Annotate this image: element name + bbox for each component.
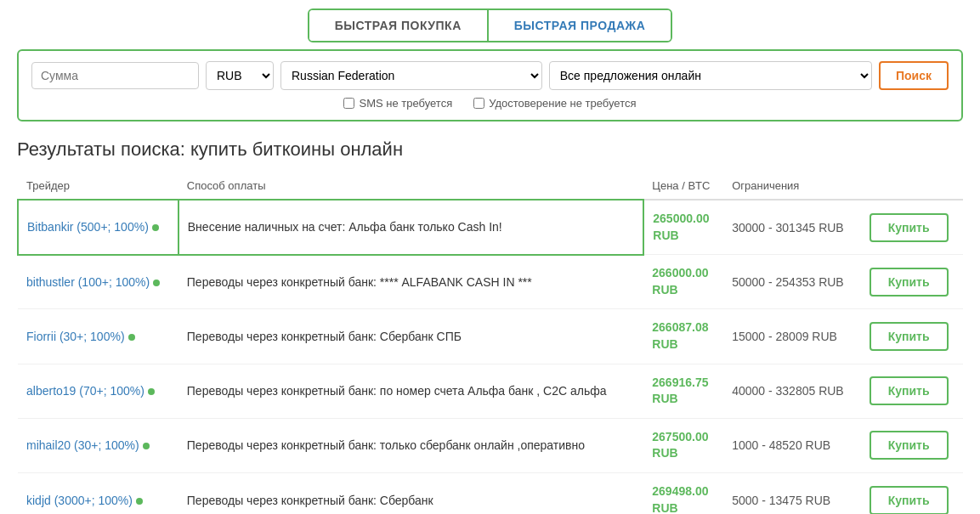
price-value: 266000.00RUB bbox=[652, 266, 708, 297]
trader-link[interactable]: alberto19 (70+; 100%) bbox=[26, 384, 144, 398]
results-title: Результаты поиска: купить биткоины онлай… bbox=[17, 138, 963, 161]
limits-cell: 30000 - 301345 RUB bbox=[723, 200, 861, 255]
trader-cell: bithustler (100+; 100%) bbox=[18, 255, 178, 309]
tabs-section: БЫСТРАЯ ПОКУПКА БЫСТРАЯ ПРОДАЖА bbox=[17, 8, 963, 42]
table-body: Bitbankir (500+; 100%)Внесение наличных … bbox=[18, 200, 963, 514]
price-cell: 265000.00RUB bbox=[643, 200, 723, 255]
limits-cell: 40000 - 332805 RUB bbox=[723, 364, 861, 418]
payment-cell: Внесение наличных на счет: Альфа банк то… bbox=[178, 200, 644, 255]
price-value: 265000.00RUB bbox=[653, 212, 709, 242]
id-label-text: Удостоверение не требуется bbox=[489, 97, 636, 110]
sms-checkbox-label[interactable]: SMS не требуется bbox=[343, 97, 452, 110]
sms-checkbox[interactable] bbox=[343, 98, 354, 109]
search-section: RUB Russian Federation Все предложения о… bbox=[17, 49, 963, 121]
col-action bbox=[861, 172, 963, 200]
table-row: alberto19 (70+; 100%)Переводы через конк… bbox=[18, 364, 963, 418]
trader-link[interactable]: mihail20 (30+; 100%) bbox=[26, 438, 139, 452]
limits-cell: 15000 - 28009 RUB bbox=[723, 309, 861, 364]
action-cell: Купить bbox=[861, 200, 963, 255]
search-button[interactable]: Поиск bbox=[879, 61, 949, 90]
online-indicator bbox=[152, 224, 159, 231]
buy-button[interactable]: Купить bbox=[870, 376, 949, 405]
payment-cell: Переводы через конкретный банк: **** ALF… bbox=[178, 255, 644, 309]
col-price: Цена / BTC bbox=[643, 172, 723, 200]
action-cell: Купить bbox=[861, 255, 963, 309]
results-table: Трейдер Способ оплаты Цена / BTC Огранич… bbox=[17, 172, 963, 514]
tabs-container: БЫСТРАЯ ПОКУПКА БЫСТРАЯ ПРОДАЖА bbox=[308, 8, 673, 42]
payment-cell: Переводы через конкретный банк: Сбербанк… bbox=[178, 309, 644, 364]
price-cell: 266916.75RUB bbox=[643, 364, 723, 418]
tab-buy[interactable]: БЫСТРАЯ ПОКУПКА bbox=[309, 10, 487, 41]
table-row: bithustler (100+; 100%)Переводы через ко… bbox=[18, 255, 963, 309]
table-header: Трейдер Способ оплаты Цена / BTC Огранич… bbox=[18, 172, 963, 200]
country-select[interactable]: Russian Federation bbox=[280, 61, 542, 90]
checkbox-row: SMS не требуется Удостоверение не требуе… bbox=[31, 97, 949, 110]
action-cell: Купить bbox=[861, 364, 963, 418]
trader-cell: mihail20 (30+; 100%) bbox=[18, 418, 178, 472]
id-checkbox[interactable] bbox=[473, 98, 484, 109]
trader-cell: Bitbankir (500+; 100%) bbox=[18, 200, 178, 255]
limits-cell: 50000 - 254353 RUB bbox=[723, 255, 861, 309]
online-indicator bbox=[143, 443, 150, 449]
buy-button[interactable]: Купить bbox=[870, 268, 949, 297]
col-payment: Способ оплаты bbox=[178, 172, 644, 200]
search-row: RUB Russian Federation Все предложения о… bbox=[31, 61, 949, 90]
price-value: 269498.00RUB bbox=[652, 484, 708, 514]
buy-button[interactable]: Купить bbox=[870, 322, 949, 351]
action-cell: Купить bbox=[861, 309, 963, 364]
trader-link[interactable]: Fiorrii (30+; 100%) bbox=[26, 330, 125, 343]
online-indicator bbox=[153, 280, 160, 286]
price-value: 267500.00RUB bbox=[652, 430, 708, 460]
price-cell: 266087.08RUB bbox=[643, 309, 723, 364]
offers-select[interactable]: Все предложения онлайн bbox=[549, 61, 872, 90]
col-limits: Ограничения bbox=[723, 172, 861, 200]
limits-cell: 1000 - 48520 RUB bbox=[723, 418, 861, 472]
price-cell: 266000.00RUB bbox=[643, 255, 723, 309]
table-row: Fiorrii (30+; 100%)Переводы через конкре… bbox=[18, 309, 963, 364]
payment-cell: Переводы через конкретный банк: Сбербанк bbox=[178, 472, 644, 514]
payment-cell: Переводы через конкретный банк: по номер… bbox=[178, 364, 644, 418]
table-row: mihail20 (30+; 100%)Переводы через конкр… bbox=[18, 418, 963, 472]
trader-link[interactable]: Bitbankir (500+; 100%) bbox=[27, 220, 149, 234]
payment-cell: Переводы через конкретный банк: только с… bbox=[178, 418, 644, 472]
sms-label-text: SMS не требуется bbox=[359, 97, 452, 110]
online-indicator bbox=[128, 334, 135, 341]
amount-input[interactable] bbox=[31, 62, 199, 89]
price-cell: 267500.00RUB bbox=[643, 418, 723, 472]
price-value: 266087.08RUB bbox=[652, 320, 708, 351]
tab-sell[interactable]: БЫСТРАЯ ПРОДАЖА bbox=[489, 10, 671, 41]
action-cell: Купить bbox=[861, 418, 963, 472]
id-checkbox-label[interactable]: Удостоверение не требуется bbox=[473, 97, 636, 110]
price-value: 266916.75RUB bbox=[652, 376, 708, 406]
limits-cell: 5000 - 13475 RUB bbox=[723, 472, 861, 514]
trader-cell: Fiorrii (30+; 100%) bbox=[18, 309, 178, 364]
col-trader: Трейдер bbox=[18, 172, 178, 200]
trader-link[interactable]: kidjd (3000+; 100%) bbox=[26, 494, 133, 507]
price-cell: 269498.00RUB bbox=[643, 472, 723, 514]
buy-button[interactable]: Купить bbox=[870, 486, 949, 514]
table-row: kidjd (3000+; 100%)Переводы через конкре… bbox=[18, 472, 963, 514]
trader-link[interactable]: bithustler (100+; 100%) bbox=[26, 275, 150, 289]
trader-cell: alberto19 (70+; 100%) bbox=[18, 364, 178, 418]
page-wrapper: БЫСТРАЯ ПОКУПКА БЫСТРАЯ ПРОДАЖА RUB Russ… bbox=[0, 0, 980, 514]
action-cell: Купить bbox=[861, 472, 963, 514]
trader-cell: kidjd (3000+; 100%) bbox=[18, 472, 178, 514]
buy-button[interactable]: Купить bbox=[870, 431, 949, 460]
table-row: Bitbankir (500+; 100%)Внесение наличных … bbox=[18, 200, 963, 255]
currency-select[interactable]: RUB bbox=[206, 61, 274, 90]
results-section: Результаты поиска: купить биткоины онлай… bbox=[17, 138, 963, 514]
buy-button[interactable]: Купить bbox=[870, 213, 949, 242]
online-indicator bbox=[136, 498, 143, 505]
header-row: Трейдер Способ оплаты Цена / BTC Огранич… bbox=[18, 172, 963, 200]
online-indicator bbox=[148, 388, 155, 395]
